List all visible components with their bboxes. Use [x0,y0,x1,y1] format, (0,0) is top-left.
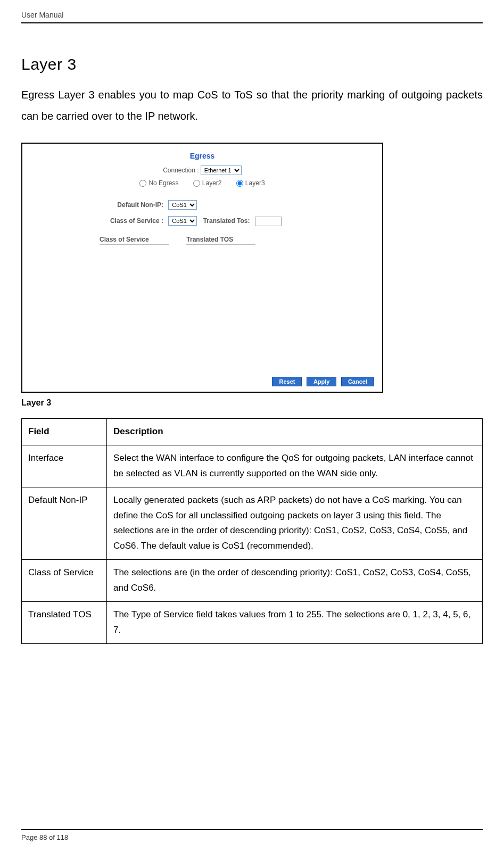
connection-select[interactable]: Ethernet 1 [201,166,242,175]
radio-layer3[interactable]: Layer3 [236,179,265,187]
page-number: Page 88 of 118 [21,833,483,841]
panel-title: Egress [30,152,374,160]
egress-mode-radios: No Egress Layer2 Layer3 [30,179,374,187]
section-intro: Egress Layer 3 enables you to map CoS to… [21,84,483,127]
form-block: Default Non-IP: CoS1 Class of Service : … [100,200,374,226]
table-row: Translated TOS The Type of Service field… [22,602,483,644]
reset-button[interactable]: Reset [272,377,302,386]
cell-field: Class of Service [22,560,107,602]
figure-caption: Layer 3 [21,398,483,408]
translated-tos-input[interactable] [255,217,282,226]
radio-no-egress[interactable]: No Egress [139,179,178,187]
cell-field: Default Non-IP [22,487,107,560]
connection-label: Connection : [163,167,199,174]
table-row: Interface Select the WAN interface to co… [22,445,483,487]
table-row: Default Non-IP Locally generated packets… [22,487,483,560]
connection-row: Connection : Ethernet 1 [30,166,374,175]
page-footer: Page 88 of 118 [21,829,483,841]
translated-tos-label: Translated Tos: [203,217,250,225]
doc-header: User Manual [21,11,483,22]
result-column-headers: Class of Service Translated TOS [100,236,374,245]
bottom-rule [21,829,483,830]
action-buttons: Reset Apply Cancel [270,376,374,386]
cancel-button[interactable]: Cancel [341,377,374,386]
cell-desc: Select the WAN interface to configure th… [107,445,483,487]
radio-no-egress-label: No Egress [148,179,178,187]
top-rule [21,22,483,23]
cell-field: Interface [22,445,107,487]
definition-table: Field Description Interface Select the W… [21,418,483,644]
cell-desc: The selections are (in the order of desc… [107,560,483,602]
th-field: Field [22,419,107,445]
cell-field: Translated TOS [22,602,107,644]
radio-layer2-label: Layer2 [202,179,222,187]
cell-desc: The Type of Service field takes values f… [107,602,483,644]
th-description: Description [107,419,483,445]
radio-layer3-label: Layer3 [245,179,265,187]
col-ttos-header: Translated TOS [186,236,255,245]
egress-screenshot: Egress Connection : Ethernet 1 No Egress… [21,143,383,393]
col-cos-header: Class of Service [100,236,169,245]
cos-select[interactable]: CoS1 [168,216,197,226]
apply-button[interactable]: Apply [307,377,337,386]
table-row: Class of Service The selections are (in … [22,560,483,602]
default-nonip-select[interactable]: CoS1 [168,200,197,210]
section-title: Layer 3 [21,55,483,73]
default-nonip-label: Default Non-IP: [100,201,163,209]
cell-desc: Locally generated packets (such as ARP p… [107,487,483,560]
radio-layer2[interactable]: Layer2 [193,179,222,187]
cos-label: Class of Service : [100,217,163,225]
